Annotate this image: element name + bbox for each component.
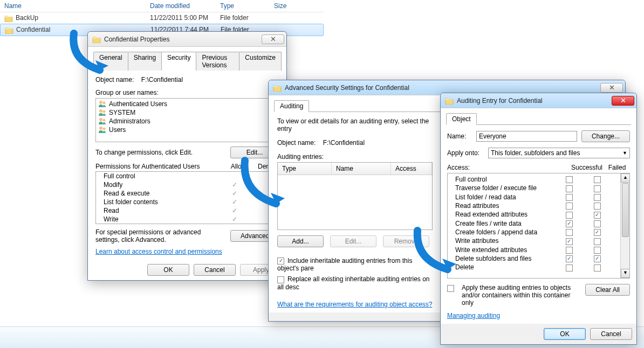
col-type[interactable]: Type <box>278 163 332 175</box>
file-type: File folder <box>216 13 270 23</box>
access-label: Read extended attributes <box>455 211 557 218</box>
col-access[interactable]: Access <box>391 163 432 175</box>
group-item[interactable]: Administrators <box>97 117 277 126</box>
dialog-title: Auditing Entry for Confidential <box>457 97 543 105</box>
tab-auditing[interactable]: Auditing <box>274 100 309 112</box>
successful-checkbox[interactable] <box>566 212 573 219</box>
group-item[interactable]: Users <box>97 126 277 134</box>
failed-checkbox[interactable] <box>594 247 601 254</box>
access-label: List folder / read data <box>455 193 557 201</box>
close-button[interactable]: ✕ <box>612 96 634 106</box>
successful-checkbox[interactable] <box>566 229 573 236</box>
apply-entries-checkbox[interactable] <box>447 285 454 292</box>
clear-all-button[interactable]: Clear All <box>585 284 630 296</box>
failed-checkbox[interactable] <box>594 220 601 227</box>
failed-checkbox[interactable]: ✓ <box>594 212 601 219</box>
apply-onto-select[interactable]: This folder, subfolders and files ▼ <box>488 148 630 158</box>
cancel-button[interactable]: Cancel <box>194 264 236 276</box>
ok-button[interactable]: OK <box>147 264 189 276</box>
name-input[interactable] <box>476 131 577 142</box>
remove-button[interactable]: Remove <box>383 235 429 247</box>
auditing-list[interactable]: Type Name Access <box>277 162 433 230</box>
failed-checkbox[interactable] <box>594 203 601 210</box>
col-size[interactable]: Size <box>270 1 313 11</box>
cancel-button[interactable]: Cancel <box>590 328 632 340</box>
tab-sharing[interactable]: Sharing <box>128 52 162 71</box>
group-names-label: Group or user names: <box>95 89 279 96</box>
successful-checkbox[interactable] <box>566 265 573 272</box>
dialog-title: Confidential Properties <box>104 36 169 43</box>
permission-row: Read✓ <box>96 206 278 215</box>
dialog-buttons: OK Cancel Apply <box>88 260 286 280</box>
successful-checkbox[interactable]: ✓ <box>566 255 573 262</box>
properties-dialog: Confidential Properties ✕ General Sharin… <box>87 31 287 281</box>
folder-icon <box>5 26 13 34</box>
permission-row: Full control <box>96 172 278 180</box>
allow-header: Allow <box>225 163 252 170</box>
permissions-table: Full controlModify✓Read & execute✓List f… <box>95 171 279 224</box>
tab-security[interactable]: Security <box>161 52 196 71</box>
permission-row: Write✓ <box>96 215 278 224</box>
managing-auditing-link[interactable]: Managing auditing <box>447 312 500 319</box>
successful-checkbox[interactable]: ✓ <box>566 238 573 245</box>
successful-checkbox[interactable] <box>566 247 573 254</box>
tab-object[interactable]: Object <box>446 113 477 125</box>
group-item[interactable]: Authenticated Users <box>97 100 277 108</box>
titlebar[interactable]: Confidential Properties ✕ <box>88 32 286 47</box>
col-type[interactable]: Type <box>216 1 270 11</box>
successful-checkbox[interactable] <box>566 203 573 210</box>
col-name[interactable]: Name <box>332 163 391 175</box>
titlebar[interactable]: Auditing Entry for Confidential ✕ <box>441 93 636 108</box>
ok-button[interactable]: OK <box>544 328 586 340</box>
change-button[interactable]: Change... <box>581 130 630 142</box>
failed-checkbox[interactable] <box>594 176 601 183</box>
dialog-title: Advanced Security Settings for Confident… <box>285 84 409 92</box>
edit-button[interactable]: Edit... <box>330 235 376 247</box>
successful-checkbox[interactable] <box>566 176 573 183</box>
file-name: BackUp <box>16 14 38 22</box>
failed-checkbox[interactable] <box>594 194 601 201</box>
tab-previous-versions[interactable]: Previous Versions <box>196 52 239 71</box>
close-button[interactable]: ✕ <box>600 83 623 93</box>
failed-checkbox[interactable]: ✓ <box>594 255 601 262</box>
failed-checkbox[interactable]: ✓ <box>594 229 601 236</box>
explorer-header: Name Date modified Type Size <box>0 0 324 12</box>
permission-row: List folder contents✓ <box>96 198 278 206</box>
close-button[interactable]: ✕ <box>262 34 284 44</box>
scroll-up-button[interactable]: ▲ <box>621 173 630 183</box>
learn-link[interactable]: Learn about access control and permissio… <box>95 248 222 255</box>
tab-general[interactable]: General <box>93 52 128 71</box>
users-icon <box>98 100 107 108</box>
replace-label: Replace all existing inheritable auditin… <box>277 275 430 290</box>
replace-checkbox[interactable] <box>277 276 284 283</box>
access-row: Full control <box>448 175 620 184</box>
failed-checkbox[interactable] <box>594 265 601 272</box>
successful-checkbox[interactable] <box>566 194 573 201</box>
users-icon <box>98 108 107 117</box>
col-date[interactable]: Date modified <box>146 1 216 11</box>
access-row: Write attributes ✓ <box>448 236 620 245</box>
failed-checkbox[interactable] <box>594 238 601 245</box>
scroll-thumb[interactable] <box>622 183 629 237</box>
group-list[interactable]: Authenticated Users SYSTEM Administrator… <box>95 98 279 142</box>
successful-checkbox[interactable] <box>566 185 573 192</box>
access-row: Delete subfolders and files ✓ ✓ <box>448 254 620 263</box>
include-checkbox[interactable]: ✓ <box>277 257 284 265</box>
explorer-row[interactable]: BackUp 11/22/2011 5:00 PM File folder <box>0 12 324 24</box>
scrollbar[interactable]: ▲ ▼ <box>620 173 629 278</box>
permission-label: Read <box>104 207 221 214</box>
failed-checkbox[interactable] <box>594 185 601 192</box>
permission-label: Write <box>104 215 221 223</box>
access-label: Read attributes <box>455 202 557 210</box>
successful-checkbox[interactable]: ✓ <box>566 220 573 227</box>
permission-label: Full control <box>104 172 221 180</box>
group-item[interactable]: SYSTEM <box>97 108 277 117</box>
tab-customize[interactable]: Customize <box>239 52 282 71</box>
allow-check-icon <box>221 172 248 180</box>
include-label: Include inheritable auditing entries fro… <box>277 257 412 272</box>
scroll-down-button[interactable]: ▼ <box>621 269 630 278</box>
add-button[interactable]: Add... <box>277 235 324 247</box>
col-name[interactable]: Name <box>0 1 146 11</box>
requirements-link[interactable]: What are the requirements for auditing o… <box>277 301 432 308</box>
access-label: Traverse folder / execute file <box>455 184 557 192</box>
